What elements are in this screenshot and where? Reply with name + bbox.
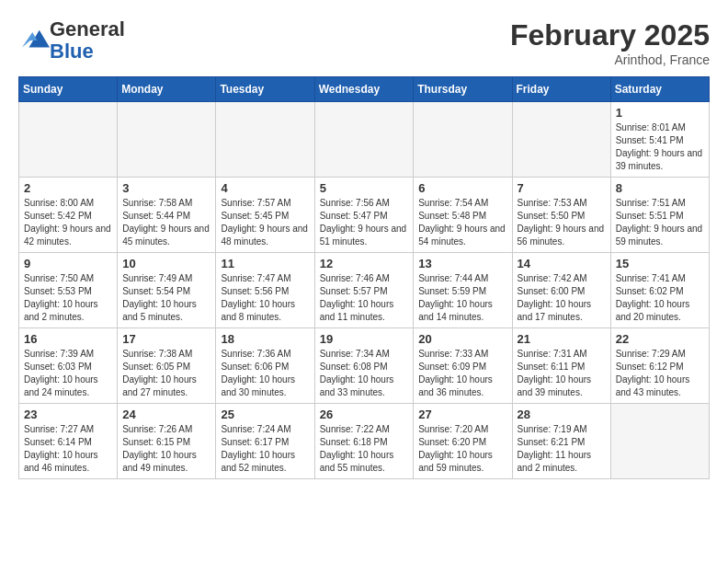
calendar-cell: 11Sunrise: 7:47 AM Sunset: 5:56 PM Dayli… <box>216 253 314 328</box>
day-info: Sunrise: 7:26 AM Sunset: 6:15 PM Dayligh… <box>122 423 210 475</box>
day-info: Sunrise: 7:34 AM Sunset: 6:08 PM Dayligh… <box>320 348 409 399</box>
calendar-cell: 16Sunrise: 7:39 AM Sunset: 6:03 PM Dayli… <box>19 328 118 404</box>
day-info: Sunrise: 7:31 AM Sunset: 6:11 PM Dayligh… <box>518 348 606 399</box>
title-block: February 2025 Arinthod, France <box>510 18 710 67</box>
calendar-cell <box>512 102 610 178</box>
calendar-cell: 26Sunrise: 7:22 AM Sunset: 6:18 PM Dayli… <box>314 404 414 479</box>
calendar-week-row: 16Sunrise: 7:39 AM Sunset: 6:03 PM Dayli… <box>19 328 710 404</box>
day-number: 18 <box>221 332 309 346</box>
day-info: Sunrise: 7:36 AM Sunset: 6:06 PM Dayligh… <box>221 348 309 399</box>
calendar-cell: 6Sunrise: 7:54 AM Sunset: 5:48 PM Daylig… <box>414 178 512 253</box>
calendar-cell: 25Sunrise: 7:24 AM Sunset: 6:17 PM Dayli… <box>216 404 314 479</box>
day-number: 27 <box>418 408 506 421</box>
day-number: 10 <box>122 257 210 270</box>
day-number: 22 <box>616 332 704 346</box>
day-number: 25 <box>221 408 309 421</box>
calendar-cell <box>216 102 314 178</box>
day-number: 8 <box>616 181 704 195</box>
day-info: Sunrise: 7:19 AM Sunset: 6:21 PM Dayligh… <box>518 423 606 475</box>
weekday-header-friday: Friday <box>512 77 610 102</box>
day-info: Sunrise: 7:54 AM Sunset: 5:48 PM Dayligh… <box>418 197 506 248</box>
calendar-cell: 8Sunrise: 7:51 AM Sunset: 5:51 PM Daylig… <box>610 178 709 253</box>
day-info: Sunrise: 7:27 AM Sunset: 6:14 PM Dayligh… <box>24 423 112 475</box>
day-number: 2 <box>24 181 112 195</box>
calendar-cell: 27Sunrise: 7:20 AM Sunset: 6:20 PM Dayli… <box>414 404 512 479</box>
calendar-cell: 7Sunrise: 7:53 AM Sunset: 5:50 PM Daylig… <box>512 178 610 253</box>
weekday-header-sunday: Sunday <box>19 77 118 102</box>
day-info: Sunrise: 7:58 AM Sunset: 5:44 PM Dayligh… <box>122 197 210 248</box>
calendar-cell: 19Sunrise: 7:34 AM Sunset: 6:08 PM Dayli… <box>314 328 414 404</box>
day-number: 13 <box>418 257 506 270</box>
calendar-cell: 24Sunrise: 7:26 AM Sunset: 6:15 PM Dayli… <box>118 404 216 479</box>
calendar-cell: 13Sunrise: 7:44 AM Sunset: 5:59 PM Dayli… <box>414 253 512 328</box>
weekday-header-monday: Monday <box>118 77 216 102</box>
day-info: Sunrise: 7:38 AM Sunset: 6:05 PM Dayligh… <box>122 348 210 399</box>
calendar-cell: 20Sunrise: 7:33 AM Sunset: 6:09 PM Dayli… <box>414 328 512 404</box>
weekday-header-tuesday: Tuesday <box>216 77 314 102</box>
day-number: 24 <box>122 408 210 421</box>
day-number: 3 <box>122 181 210 195</box>
page-header: General Blue February 2025 Arinthod, Fra… <box>18 18 710 67</box>
day-info: Sunrise: 7:24 AM Sunset: 6:17 PM Dayligh… <box>221 423 309 475</box>
day-info: Sunrise: 7:22 AM Sunset: 6:18 PM Dayligh… <box>320 423 409 475</box>
day-number: 17 <box>122 332 210 346</box>
day-number: 15 <box>616 257 704 270</box>
calendar-cell: 9Sunrise: 7:50 AM Sunset: 5:53 PM Daylig… <box>19 253 118 328</box>
day-number: 20 <box>418 332 506 346</box>
day-info: Sunrise: 7:53 AM Sunset: 5:50 PM Dayligh… <box>518 197 606 248</box>
day-info: Sunrise: 7:29 AM Sunset: 6:12 PM Dayligh… <box>616 348 704 399</box>
calendar-cell: 14Sunrise: 7:42 AM Sunset: 6:00 PM Dayli… <box>512 253 610 328</box>
calendar-cell: 5Sunrise: 7:56 AM Sunset: 5:47 PM Daylig… <box>314 178 414 253</box>
day-info: Sunrise: 7:50 AM Sunset: 5:53 PM Dayligh… <box>24 272 112 324</box>
calendar-cell: 10Sunrise: 7:49 AM Sunset: 5:54 PM Dayli… <box>118 253 216 328</box>
day-info: Sunrise: 8:01 AM Sunset: 5:41 PM Dayligh… <box>616 121 704 173</box>
day-info: Sunrise: 7:42 AM Sunset: 6:00 PM Dayligh… <box>518 272 606 324</box>
day-info: Sunrise: 7:46 AM Sunset: 5:57 PM Dayligh… <box>320 272 409 324</box>
calendar-week-row: 1Sunrise: 8:01 AM Sunset: 5:41 PM Daylig… <box>19 102 710 178</box>
calendar-cell: 18Sunrise: 7:36 AM Sunset: 6:06 PM Dayli… <box>216 328 314 404</box>
calendar-week-row: 9Sunrise: 7:50 AM Sunset: 5:53 PM Daylig… <box>19 253 710 328</box>
calendar-cell: 21Sunrise: 7:31 AM Sunset: 6:11 PM Dayli… <box>512 328 610 404</box>
calendar-table: SundayMondayTuesdayWednesdayThursdayFrid… <box>18 76 710 479</box>
month-year-title: February 2025 <box>510 18 710 52</box>
day-number: 7 <box>518 181 606 195</box>
calendar-cell: 1Sunrise: 8:01 AM Sunset: 5:41 PM Daylig… <box>610 102 709 178</box>
day-info: Sunrise: 7:51 AM Sunset: 5:51 PM Dayligh… <box>616 197 704 248</box>
calendar-cell: 17Sunrise: 7:38 AM Sunset: 6:05 PM Dayli… <box>118 328 216 404</box>
weekday-header-saturday: Saturday <box>610 77 709 102</box>
day-number: 6 <box>418 181 506 195</box>
calendar-cell: 3Sunrise: 7:58 AM Sunset: 5:44 PM Daylig… <box>118 178 216 253</box>
location-subtitle: Arinthod, France <box>510 52 710 67</box>
day-number: 26 <box>320 408 409 421</box>
day-number: 14 <box>518 257 606 270</box>
day-number: 5 <box>320 181 409 195</box>
logo-icon <box>22 25 50 52</box>
day-number: 9 <box>24 257 112 270</box>
day-info: Sunrise: 7:20 AM Sunset: 6:20 PM Dayligh… <box>418 423 506 475</box>
calendar-cell <box>314 102 414 178</box>
day-number: 12 <box>320 257 409 270</box>
day-info: Sunrise: 7:44 AM Sunset: 5:59 PM Dayligh… <box>418 272 506 324</box>
weekday-header-wednesday: Wednesday <box>314 77 414 102</box>
calendar-cell: 15Sunrise: 7:41 AM Sunset: 6:02 PM Dayli… <box>610 253 709 328</box>
day-number: 23 <box>24 408 112 421</box>
calendar-cell <box>610 404 709 479</box>
day-number: 28 <box>518 408 606 421</box>
calendar-cell: 22Sunrise: 7:29 AM Sunset: 6:12 PM Dayli… <box>610 328 709 404</box>
day-info: Sunrise: 7:57 AM Sunset: 5:45 PM Dayligh… <box>221 197 309 248</box>
day-info: Sunrise: 7:47 AM Sunset: 5:56 PM Dayligh… <box>221 272 309 324</box>
logo-general-text: General <box>50 17 125 40</box>
calendar-cell: 23Sunrise: 7:27 AM Sunset: 6:14 PM Dayli… <box>19 404 118 479</box>
day-number: 19 <box>320 332 409 346</box>
day-info: Sunrise: 7:33 AM Sunset: 6:09 PM Dayligh… <box>418 348 506 399</box>
day-info: Sunrise: 7:56 AM Sunset: 5:47 PM Dayligh… <box>320 197 409 248</box>
day-number: 11 <box>221 257 309 270</box>
calendar-cell <box>414 102 512 178</box>
calendar-cell: 4Sunrise: 7:57 AM Sunset: 5:45 PM Daylig… <box>216 178 314 253</box>
calendar-cell <box>19 102 118 178</box>
calendar-cell: 28Sunrise: 7:19 AM Sunset: 6:21 PM Dayli… <box>512 404 610 479</box>
weekday-header-row: SundayMondayTuesdayWednesdayThursdayFrid… <box>19 77 710 102</box>
calendar-week-row: 2Sunrise: 8:00 AM Sunset: 5:42 PM Daylig… <box>19 178 710 253</box>
weekday-header-thursday: Thursday <box>414 77 512 102</box>
logo: General Blue <box>18 18 125 63</box>
